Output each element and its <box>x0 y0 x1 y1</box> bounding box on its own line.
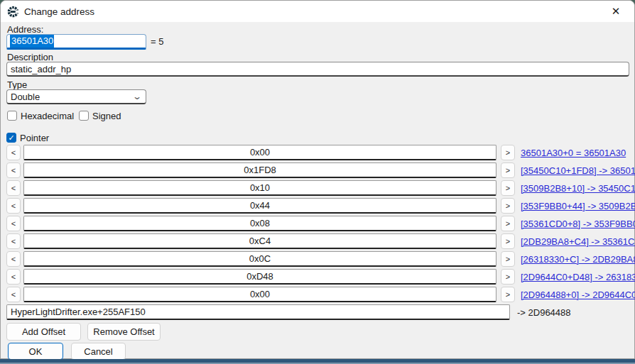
address-input[interactable]: 36501A30 <box>6 34 146 50</box>
pointer-offset-row: < 0x10 > [3509B2B8+10] -> 35450C10 <box>6 180 635 196</box>
offset-input[interactable]: 0x44 <box>23 198 496 214</box>
offset-input[interactable]: 0x1FD8 <box>23 162 496 178</box>
pointer-offset-row: < 0x08 > [35361CD0+8] -> 353F9BB0 <box>6 216 635 231</box>
titlebar[interactable]: Change address ✕ <box>1 1 634 22</box>
base-address-resolution: -> 2D964488 <box>517 307 571 318</box>
pointer-offset-row: < 0xD48 > [2D9644C0+D48] -> 26318330 <box>6 269 635 285</box>
pointer-rows: < 0x00 > 36501A30+0 = 36501A30 < 0x1FD8 … <box>6 145 635 304</box>
ok-button[interactable]: OK <box>8 343 63 360</box>
decrease-offset-button[interactable]: < <box>6 145 21 160</box>
offset-input[interactable]: 0x00 <box>23 145 496 160</box>
close-icon: ✕ <box>612 5 621 18</box>
address-result: = 5 <box>151 36 163 47</box>
pointer-resolution-link[interactable]: [353F9BB0+44] -> 3509B2B8 <box>521 201 635 211</box>
change-address-dialog: Change address ✕ Address: 36501A30 = 5 D… <box>0 0 635 359</box>
pointer-label: Pointer <box>20 133 49 143</box>
offset-input[interactable]: 0x08 <box>23 216 496 231</box>
check-icon: ✓ <box>8 133 14 142</box>
base-address-input[interactable]: HyperLightDrifter.exe+255AF150 <box>6 304 510 320</box>
remove-offset-button[interactable]: Remove Offset <box>87 323 161 341</box>
offset-input[interactable]: 0x10 <box>23 180 496 196</box>
type-label: Type <box>7 79 27 90</box>
chevron-down-icon: ⌄ <box>132 92 142 101</box>
type-selected-value: Double <box>11 92 40 102</box>
pointer-offset-row: < 0xC4 > [2DB29BA8+C4] -> 35361CD0 <box>6 233 635 249</box>
increase-offset-button[interactable]: > <box>501 251 515 267</box>
pointer-checkbox[interactable]: ✓ <box>6 133 16 143</box>
decrease-offset-button[interactable]: < <box>6 269 21 285</box>
pointer-offset-row: < 0x1FD8 > [35450C10+1FD8] -> 36501A30 <box>6 162 635 178</box>
decrease-offset-button[interactable]: < <box>6 287 21 302</box>
increase-offset-button[interactable]: > <box>501 145 515 160</box>
pointer-resolution-link[interactable]: [2D964488+0] -> 2D9644C0 <box>521 289 635 300</box>
increase-offset-button[interactable]: > <box>501 162 515 178</box>
pointer-offset-row: < 0x00 > 36501A30+0 = 36501A30 <box>6 145 635 160</box>
decrease-offset-button[interactable]: < <box>6 180 21 196</box>
offset-input[interactable]: 0xD48 <box>23 269 496 285</box>
increase-offset-button[interactable]: > <box>501 269 515 285</box>
pointer-offset-row: < 0x00 > [2D964488+0] -> 2D9644C0 <box>6 287 635 302</box>
description-input[interactable]: static_addr_hp <box>6 62 629 77</box>
increase-offset-button[interactable]: > <box>501 287 515 302</box>
pointer-offset-row: < 0x44 > [353F9BB0+44] -> 3509B2B8 <box>6 198 635 214</box>
decrease-offset-button[interactable]: < <box>6 216 21 231</box>
pointer-resolution-link[interactable]: 36501A30+0 = 36501A30 <box>521 148 626 158</box>
background-window-edge <box>0 359 635 364</box>
pointer-resolution-link[interactable]: [2D9644C0+D48] -> 26318330 <box>521 272 635 282</box>
cheat-engine-icon <box>7 6 19 18</box>
offset-input[interactable]: 0xC4 <box>23 233 496 249</box>
offset-input[interactable]: 0x00 <box>23 287 496 302</box>
increase-offset-button[interactable]: > <box>501 198 515 214</box>
signed-label: Signed <box>92 111 121 121</box>
increase-offset-button[interactable]: > <box>501 233 515 249</box>
close-button[interactable]: ✕ <box>600 1 631 21</box>
address-value-selected: 36501A30 <box>10 35 54 48</box>
pointer-resolution-link[interactable]: [2DB29BA8+C4] -> 35361CD0 <box>521 236 635 247</box>
decrease-offset-button[interactable]: < <box>6 233 21 249</box>
window-title: Change address <box>24 6 94 17</box>
type-select[interactable]: Double ⌄ <box>6 89 146 104</box>
decrease-offset-button[interactable]: < <box>6 162 21 178</box>
decrease-offset-button[interactable]: < <box>6 198 21 214</box>
increase-offset-button[interactable]: > <box>501 180 515 196</box>
decrease-offset-button[interactable]: < <box>6 251 21 267</box>
pointer-resolution-link[interactable]: [26318330+C] -> 2DB29BA8 <box>521 254 635 265</box>
add-offset-button[interactable]: Add Offset <box>6 323 81 341</box>
cancel-button[interactable]: Cancel <box>71 343 126 360</box>
increase-offset-button[interactable]: > <box>501 216 515 231</box>
offset-input[interactable]: 0x0C <box>23 251 496 267</box>
address-label: Address: <box>7 24 43 35</box>
pointer-resolution-link[interactable]: [35450C10+1FD8] -> 36501A30 <box>521 165 635 176</box>
hexadecimal-label: Hexadecimal <box>21 111 74 121</box>
hexadecimal-checkbox[interactable] <box>7 111 17 121</box>
signed-checkbox[interactable] <box>79 111 89 121</box>
description-label: Description <box>7 52 53 62</box>
pointer-resolution-link[interactable]: [3509B2B8+10] -> 35450C10 <box>521 183 635 194</box>
pointer-resolution-link[interactable]: [35361CD0+8] -> 353F9BB0 <box>521 219 635 229</box>
pointer-offset-row: < 0x0C > [26318330+C] -> 2DB29BA8 <box>6 251 635 267</box>
